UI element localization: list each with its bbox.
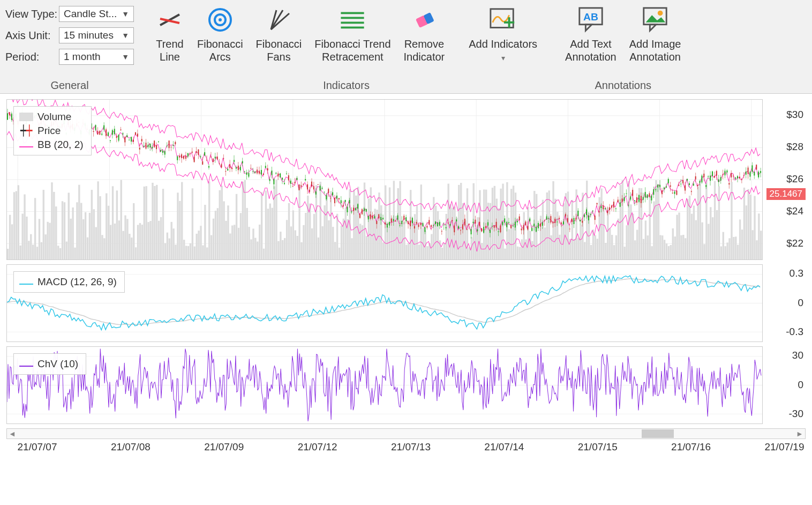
row-period: Period: 1 month ▼ xyxy=(5,47,134,66)
svg-rect-374 xyxy=(718,186,720,259)
svg-rect-776 xyxy=(405,217,407,221)
svg-rect-113 xyxy=(171,222,172,259)
svg-rect-160 xyxy=(269,204,271,259)
svg-rect-109 xyxy=(162,189,164,259)
svg-rect-544 xyxy=(162,151,163,153)
svg-rect-140 xyxy=(227,205,229,259)
svg-rect-330 xyxy=(626,225,627,259)
svg-rect-1110 xyxy=(756,165,757,169)
group-general: View Type: Candle St... ▼ Axis Unit: 15 … xyxy=(0,0,139,93)
svg-rect-362 xyxy=(693,206,695,259)
svg-rect-566 xyxy=(185,156,186,159)
svg-rect-638 xyxy=(261,170,262,174)
svg-rect-180 xyxy=(311,228,313,259)
svg-rect-824 xyxy=(456,219,457,221)
svg-rect-782 xyxy=(412,218,413,223)
fib-retracement-button[interactable]: Fibonacci Trend Retracement xyxy=(308,3,397,65)
macd-plot[interactable]: MACD (12, 26, 9) xyxy=(6,264,763,342)
svg-rect-596 xyxy=(217,157,218,159)
svg-rect-375 xyxy=(720,247,722,259)
svg-rect-550 xyxy=(169,140,170,148)
svg-rect-870 xyxy=(504,218,505,222)
svg-rect-74 xyxy=(89,213,91,259)
svg-rect-518 xyxy=(135,132,136,135)
svg-rect-960 xyxy=(599,211,600,212)
chv-pane[interactable]: ChV (10) 300-30 xyxy=(6,346,806,424)
svg-rect-722 xyxy=(349,200,350,203)
svg-rect-584 xyxy=(204,152,205,155)
svg-rect-157 xyxy=(263,249,265,259)
svg-rect-95 xyxy=(133,203,134,259)
svg-rect-624 xyxy=(246,173,247,175)
svg-rect-840 xyxy=(473,222,474,224)
svg-rect-606 xyxy=(227,169,228,170)
chart-horizontal-scrollbar[interactable]: ◄ ► xyxy=(6,428,806,439)
fib-fans-button[interactable]: Fibonacci Fans xyxy=(250,3,309,65)
fib-arcs-button[interactable]: Fibonacci Arcs xyxy=(191,3,250,65)
add-text-annotation-button[interactable]: AB Add Text Annotation xyxy=(559,3,623,65)
svg-rect-278 xyxy=(517,247,518,259)
svg-rect-101 xyxy=(146,186,147,259)
svg-rect-696 xyxy=(322,188,323,189)
svg-rect-986 xyxy=(626,194,627,194)
svg-rect-363 xyxy=(695,220,697,259)
svg-rect-269 xyxy=(498,208,500,259)
price-pane[interactable]: Volume ┿┿Price BB (20, 2) 25.1467 $30$28… xyxy=(6,99,806,260)
add-image-annotation-button[interactable]: Add Image Annotation xyxy=(623,3,688,65)
svg-rect-239 xyxy=(435,205,437,259)
group-indicators: Trend Line Fibonacci Arcs xyxy=(144,0,549,93)
svg-rect-822 xyxy=(454,226,455,233)
axis-unit-combo[interactable]: 15 minutes ▼ xyxy=(59,27,134,43)
scroll-left-button[interactable]: ◄ xyxy=(7,429,18,439)
chv-plot[interactable]: ChV (10) xyxy=(6,346,763,424)
svg-rect-526 xyxy=(144,146,145,147)
price-plot[interactable]: Volume ┿┿Price BB (20, 2) xyxy=(6,99,763,260)
svg-rect-211 xyxy=(376,210,378,259)
svg-rect-1102 xyxy=(748,168,749,174)
add-indicators-button[interactable]: Add Indicators▾ xyxy=(462,3,544,66)
svg-rect-816 xyxy=(448,222,449,223)
svg-rect-131 xyxy=(208,182,210,259)
svg-rect-1026 xyxy=(668,179,669,183)
svg-rect-43 xyxy=(24,195,25,259)
svg-rect-392 xyxy=(756,240,757,259)
svg-rect-78 xyxy=(97,181,99,259)
svg-rect-740 xyxy=(368,216,369,219)
svg-rect-75 xyxy=(91,190,93,259)
group-title-annotations: Annotations xyxy=(553,77,693,93)
svg-rect-86 xyxy=(114,224,116,259)
svg-rect-688 xyxy=(313,186,314,189)
svg-rect-940 xyxy=(577,211,578,216)
svg-rect-51 xyxy=(41,242,42,259)
svg-rect-1108 xyxy=(754,172,755,175)
svg-rect-680 xyxy=(305,179,306,180)
svg-rect-365 xyxy=(700,183,701,259)
fib-fans-label: Fibonacci Fans xyxy=(256,38,302,63)
scroll-thumb[interactable] xyxy=(642,429,674,438)
view-type-combo[interactable]: Candle St... ▼ xyxy=(59,6,134,22)
svg-rect-672 xyxy=(297,178,298,180)
svg-rect-926 xyxy=(563,221,564,224)
svg-rect-41 xyxy=(20,246,21,259)
svg-rect-636 xyxy=(259,170,260,173)
svg-rect-678 xyxy=(303,184,304,184)
trend-line-button[interactable]: Trend Line xyxy=(149,3,191,65)
svg-rect-684 xyxy=(309,190,310,192)
remove-indicator-button[interactable]: Remove Indicator xyxy=(397,3,452,65)
svg-rect-574 xyxy=(194,157,195,162)
macd-pane[interactable]: MACD (12, 26, 9) 0.30-0.3 xyxy=(6,264,806,342)
svg-rect-338 xyxy=(643,239,644,259)
svg-rect-1064 xyxy=(708,176,709,177)
svg-rect-664 xyxy=(288,175,289,180)
fib-fans-icon xyxy=(264,5,293,34)
chv-legend: ChV (10) xyxy=(13,353,86,375)
svg-rect-304 xyxy=(572,200,573,259)
svg-rect-558 xyxy=(177,157,178,160)
scroll-right-button[interactable]: ► xyxy=(794,429,805,439)
svg-rect-203 xyxy=(359,224,361,259)
svg-rect-173 xyxy=(297,236,298,259)
svg-rect-341 xyxy=(649,197,651,259)
svg-rect-76 xyxy=(93,209,95,259)
svg-rect-267 xyxy=(494,186,495,259)
period-combo[interactable]: 1 month ▼ xyxy=(59,49,134,65)
